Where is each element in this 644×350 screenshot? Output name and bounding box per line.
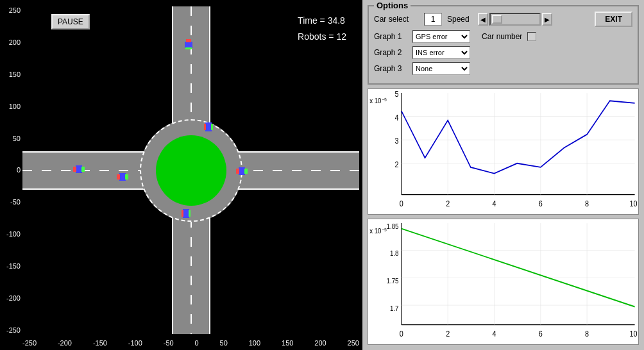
svg-text:6: 6	[539, 199, 543, 208]
x-axis-labels: -250 -200 -150 -100 -50 0 50 100 150 200…	[22, 339, 359, 347]
svg-text:2: 2	[446, 199, 450, 208]
car-number-checkbox[interactable]	[527, 32, 536, 41]
svg-text:1.8: 1.8	[390, 250, 399, 258]
pause-button[interactable]: PAUSE	[51, 14, 90, 29]
graph1-label: Graph 1	[374, 32, 407, 41]
svg-rect-8	[125, 174, 128, 179]
svg-text:2: 2	[446, 329, 450, 338]
right-panel: Options Car select Speed ◀ ▶ EXIT Graph …	[362, 0, 644, 350]
car-5	[182, 209, 191, 218]
graph3-label: Graph 3	[374, 64, 407, 73]
graph1-select[interactable]: GPS error INS error None Position error …	[412, 30, 470, 43]
car-1	[185, 39, 192, 51]
car-select-label: Car select	[374, 15, 419, 24]
svg-rect-13	[182, 210, 183, 217]
exit-button[interactable]: EXIT	[595, 12, 632, 27]
svg-text:8: 8	[585, 199, 589, 208]
time-label: Time =	[298, 15, 328, 26]
svg-text:x 10⁻⁵: x 10⁻⁵	[369, 227, 387, 235]
svg-text:5: 5	[394, 90, 398, 99]
svg-rect-2	[185, 47, 192, 49]
svg-rect-6	[119, 173, 126, 181]
svg-text:1.7: 1.7	[390, 304, 399, 312]
options-row-1: Car select Speed ◀ ▶ EXIT	[374, 12, 632, 27]
speed-label: Speed	[447, 15, 473, 24]
svg-text:0: 0	[400, 329, 403, 338]
svg-text:2: 2	[394, 160, 398, 169]
svg-rect-3	[76, 165, 82, 173]
speed-control: ◀ ▶	[478, 13, 552, 26]
speed-track[interactable]	[489, 13, 541, 26]
svg-text:4: 4	[492, 199, 496, 208]
options-row-3: Graph 2 INS error GPS error None Positio…	[374, 46, 632, 59]
svg-rect-16	[236, 169, 239, 174]
svg-text:0: 0	[400, 199, 403, 208]
svg-rect-18	[368, 89, 638, 214]
svg-rect-5	[81, 167, 85, 172]
options-title: Options	[374, 1, 411, 10]
roundabout-outer	[140, 119, 242, 222]
svg-text:10: 10	[629, 199, 637, 208]
options-box: Options Car select Speed ◀ ▶ EXIT Graph …	[368, 5, 639, 85]
svg-text:8: 8	[585, 329, 589, 338]
graph2-label: Graph 2	[374, 48, 407, 57]
svg-text:x 10⁻⁵: x 10⁻⁵	[369, 97, 387, 104]
sim-canvas: Time = 34.8 Robots = 12 PAUSE	[22, 6, 359, 334]
chart1-container: 5 4 3 2 x 10⁻⁵ 0 2 4 6 8 10	[368, 88, 639, 215]
svg-rect-15	[239, 167, 245, 175]
svg-rect-4	[73, 167, 76, 172]
chart2-container: 1.85 1.8 1.75 1.7 x 10⁻⁵ 0 2 4 6 8 10	[368, 219, 639, 345]
svg-rect-9	[205, 122, 212, 131]
options-row-2: Graph 1 GPS error INS error None Positio…	[374, 30, 632, 43]
chart1-svg: 5 4 3 2 x 10⁻⁵ 0 2 4 6 8 10	[368, 89, 638, 214]
speed-thumb	[492, 15, 502, 24]
svg-text:4: 4	[492, 329, 496, 338]
svg-rect-14	[189, 210, 191, 217]
time-value: 34.8	[328, 15, 345, 26]
sim-info: Time = 34.8 Robots = 12	[298, 13, 346, 45]
svg-rect-17	[244, 169, 248, 174]
roundabout-inner	[156, 135, 226, 206]
svg-text:1.75: 1.75	[387, 277, 399, 285]
svg-rect-7	[117, 174, 120, 179]
graph2-select[interactable]: INS error GPS error None Position error …	[412, 46, 470, 59]
robots-label: Robots =	[298, 31, 336, 42]
svg-rect-0	[185, 42, 192, 48]
svg-text:3: 3	[394, 137, 398, 146]
car-4	[204, 122, 213, 131]
svg-rect-1	[186, 39, 191, 42]
speed-increase-button[interactable]: ▶	[542, 13, 552, 26]
speed-decrease-button[interactable]: ◀	[478, 13, 488, 26]
car-select-input[interactable]	[424, 13, 442, 26]
car-number-label: Car number	[482, 32, 522, 41]
car-2	[73, 165, 85, 173]
svg-rect-39	[368, 219, 638, 344]
svg-text:10: 10	[629, 329, 637, 338]
svg-rect-12	[183, 209, 189, 218]
car-6	[236, 167, 248, 175]
y-axis-labels: 250 200 150 100 50 0 -50 -100 -150 -200 …	[1, 6, 21, 334]
simulation-panel: 250 200 150 100 50 0 -50 -100 -150 -200 …	[0, 0, 362, 350]
chart2-svg: 1.85 1.8 1.75 1.7 x 10⁻⁵ 0 2 4 6 8 10	[368, 219, 638, 344]
svg-rect-11	[211, 124, 213, 130]
car-3	[117, 173, 128, 181]
svg-text:4: 4	[394, 113, 399, 122]
svg-text:1.85: 1.85	[387, 222, 399, 230]
svg-text:6: 6	[539, 329, 543, 338]
robots-value: 12	[336, 31, 346, 42]
graph3-select[interactable]: None GPS error INS error Position error …	[412, 62, 470, 75]
options-row-4: Graph 3 None GPS error INS error Positio…	[374, 62, 632, 75]
svg-rect-10	[204, 124, 206, 130]
